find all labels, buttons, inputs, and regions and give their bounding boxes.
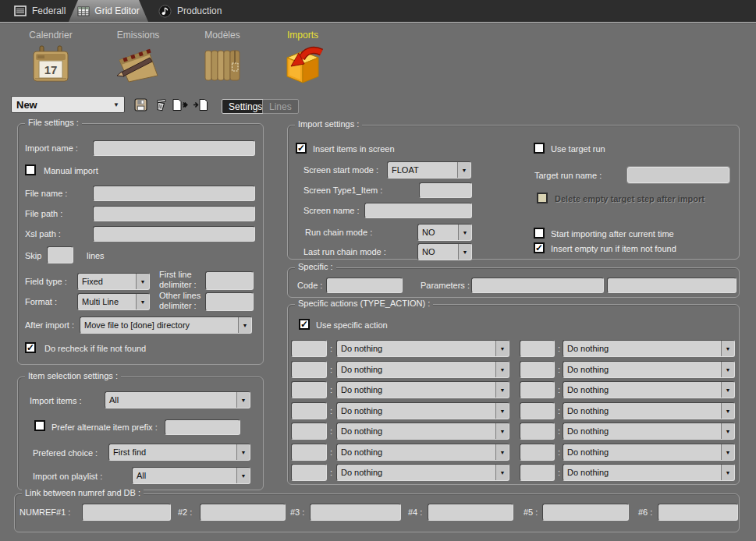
nav-label-emissions: Emissions bbox=[103, 30, 173, 41]
numref6-field[interactable] bbox=[658, 504, 738, 521]
use-target-run-checkbox[interactable] bbox=[534, 143, 545, 154]
action-code-field[interactable] bbox=[291, 423, 327, 440]
chevron-down-icon: ▼ bbox=[136, 294, 149, 309]
recheck-checkbox[interactable] bbox=[25, 342, 36, 353]
action-code-field[interactable] bbox=[291, 444, 327, 461]
action-value: Do nothing bbox=[337, 444, 495, 460]
chevron-down-icon: ▼ bbox=[495, 403, 509, 419]
action-code-field[interactable] bbox=[520, 340, 555, 357]
insert-items-checkbox[interactable] bbox=[296, 143, 307, 154]
numref4-field[interactable] bbox=[428, 504, 513, 521]
action-code-field[interactable] bbox=[520, 402, 555, 419]
trash-icon bbox=[154, 98, 168, 111]
action-dropdown[interactable]: Do nothing▼ bbox=[563, 402, 735, 419]
item-selection-title: Item selection settings : bbox=[25, 371, 121, 380]
prefer-alternate-checkbox[interactable] bbox=[34, 420, 45, 431]
chevron-down-icon: ▼ bbox=[238, 317, 251, 333]
after-import-label: After import : bbox=[25, 320, 74, 330]
parameters-label: Parameters : bbox=[421, 281, 470, 290]
action-dropdown[interactable]: Do nothing▼ bbox=[563, 423, 735, 440]
nav-item-calendrier[interactable]: Calendrier 17 bbox=[16, 30, 86, 88]
action-dropdown[interactable]: Do nothing▼ bbox=[563, 361, 735, 378]
action-dropdown[interactable]: Do nothing▼ bbox=[563, 381, 735, 398]
import-box-arrow-icon bbox=[281, 44, 325, 85]
field-type-dropdown[interactable]: Fixed ▼ bbox=[77, 273, 150, 290]
action-dropdown[interactable]: Do nothing▼ bbox=[563, 340, 735, 357]
action-code-field[interactable] bbox=[520, 464, 555, 481]
action-code-field[interactable] bbox=[291, 381, 327, 398]
last-run-chain-dropdown[interactable]: NO ▼ bbox=[417, 243, 472, 260]
numref1-field[interactable] bbox=[82, 504, 171, 521]
action-code-field[interactable] bbox=[291, 361, 327, 378]
insert-empty-run-checkbox[interactable] bbox=[534, 242, 545, 253]
action-dropdown[interactable]: Do nothing▼ bbox=[336, 464, 509, 481]
code-field[interactable] bbox=[326, 278, 403, 293]
parameters-field-2[interactable] bbox=[607, 278, 736, 293]
tab-federall[interactable]: Federall bbox=[14, 0, 66, 22]
skip-lines-field[interactable] bbox=[47, 246, 73, 263]
import-playlist-dropdown[interactable]: All ▼ bbox=[132, 467, 250, 484]
action-code-field[interactable] bbox=[520, 361, 555, 378]
prefer-alternate-field[interactable] bbox=[165, 419, 240, 435]
run-chain-value: NO bbox=[418, 225, 458, 240]
action-dropdown[interactable]: Do nothing▼ bbox=[336, 381, 509, 398]
use-specific-action-checkbox[interactable] bbox=[299, 319, 310, 330]
action-dropdown[interactable]: Do nothing▼ bbox=[336, 444, 509, 461]
save-button[interactable] bbox=[132, 97, 149, 112]
action-dropdown[interactable]: Do nothing▼ bbox=[336, 423, 509, 440]
action-value: Do nothing bbox=[337, 341, 495, 356]
nav-item-emissions[interactable]: Emissions bbox=[103, 30, 173, 88]
file-name-field[interactable] bbox=[93, 186, 255, 201]
action-code-field[interactable] bbox=[520, 381, 555, 398]
action-dropdown[interactable]: Do nothing▼ bbox=[336, 340, 509, 357]
delete-empty-target-checkbox[interactable] bbox=[537, 193, 548, 203]
target-run-name-field[interactable] bbox=[627, 167, 729, 183]
tab-production[interactable]: Production bbox=[158, 0, 222, 22]
preset-combobox[interactable]: New ▼ bbox=[11, 96, 125, 113]
after-import-value: Move file to [done] directory bbox=[80, 317, 238, 333]
run-chain-dropdown[interactable]: NO ▼ bbox=[417, 224, 472, 241]
other-lines-delim-field[interactable] bbox=[205, 292, 254, 311]
numref4-label: #4 : bbox=[408, 507, 422, 517]
xsl-path-field[interactable] bbox=[93, 226, 255, 242]
tab-lines[interactable]: Lines bbox=[262, 99, 299, 114]
start-importing-checkbox[interactable] bbox=[534, 228, 545, 239]
chevron-down-icon: ▼ bbox=[458, 244, 471, 260]
numref3-field[interactable] bbox=[310, 504, 401, 521]
chevron-down-icon: ▼ bbox=[721, 341, 734, 356]
after-import-dropdown[interactable]: Move file to [done] directory ▼ bbox=[80, 316, 252, 334]
chevron-down-icon: ▼ bbox=[458, 225, 471, 240]
action-code-field[interactable] bbox=[520, 444, 555, 461]
import-name-field[interactable] bbox=[93, 140, 255, 156]
file-settings-title: File settings : bbox=[25, 118, 82, 127]
action-dropdown[interactable]: Do nothing▼ bbox=[563, 464, 735, 481]
action-code-field[interactable] bbox=[291, 340, 327, 357]
screen-type-field[interactable] bbox=[419, 182, 472, 198]
nav-item-imports[interactable]: Imports bbox=[268, 30, 338, 88]
action-code-field[interactable] bbox=[291, 464, 327, 481]
run-chain-label: Run chain mode : bbox=[305, 228, 372, 237]
save-icon bbox=[134, 98, 147, 111]
action-dropdown[interactable]: Do nothing▼ bbox=[336, 402, 509, 419]
import-button[interactable] bbox=[191, 97, 210, 112]
manual-import-checkbox[interactable] bbox=[25, 164, 36, 175]
screen-name-field[interactable] bbox=[364, 203, 472, 218]
action-dropdown[interactable]: Do nothing▼ bbox=[563, 444, 735, 461]
prefered-choice-dropdown[interactable]: First find ▼ bbox=[108, 444, 250, 461]
import-items-dropdown[interactable]: All ▼ bbox=[105, 391, 250, 408]
nav-item-modeles[interactable]: Modèles bbox=[187, 30, 257, 88]
tab-grid-editor[interactable]: Grid Editor bbox=[69, 0, 148, 22]
screen-start-dropdown[interactable]: FLOAT ▼ bbox=[387, 161, 471, 179]
export-button[interactable] bbox=[170, 97, 190, 112]
file-path-field[interactable] bbox=[93, 206, 255, 221]
numref2-field[interactable] bbox=[200, 504, 286, 521]
delete-button[interactable] bbox=[152, 97, 169, 112]
format-dropdown[interactable]: Multi Line ▼ bbox=[77, 293, 150, 310]
action-dropdown[interactable]: Do nothing▼ bbox=[336, 361, 509, 378]
numref5-field[interactable] bbox=[542, 504, 629, 521]
action-code-field[interactable] bbox=[520, 423, 555, 440]
first-line-delim-field[interactable] bbox=[205, 271, 254, 290]
parameters-field-1[interactable] bbox=[471, 278, 604, 293]
chevron-down-icon: ▼ bbox=[495, 341, 509, 356]
action-code-field[interactable] bbox=[291, 402, 327, 419]
